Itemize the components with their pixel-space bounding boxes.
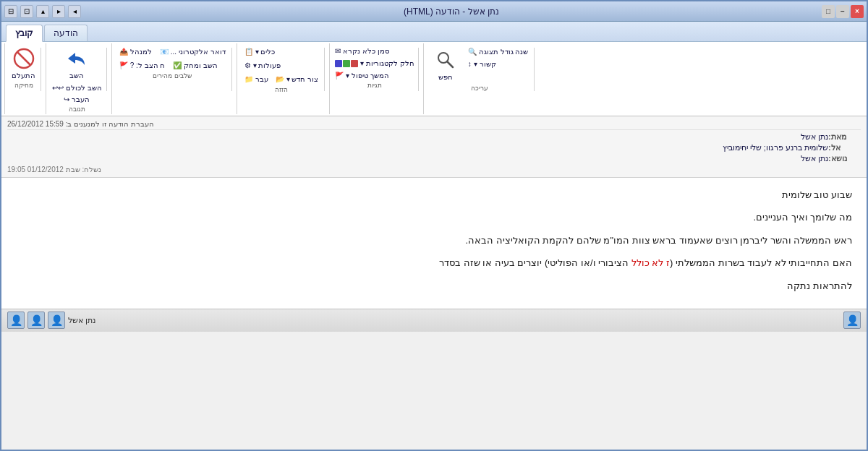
body-line-1: שבוע טוב שלומית xyxy=(16,186,852,203)
done-label: השב ומחק xyxy=(184,61,218,69)
done-button[interactable]: ✅ השב ומחק xyxy=(170,60,221,71)
maximize-button[interactable]: □ xyxy=(822,5,835,18)
contact-avatar-1[interactable]: 👤 xyxy=(48,312,65,329)
from-row: מאת: נתן אשל xyxy=(7,132,861,142)
minimize-button[interactable]: − xyxy=(836,5,849,18)
group-edit: חפש 🔍 שנה גודל תצוגה ↕ קשור ▾ עריכה xyxy=(423,43,540,114)
move-label: עבר xyxy=(255,75,268,83)
actions-button[interactable]: ⚙ פעולות ▾ xyxy=(242,60,284,71)
move-icon: 📁 xyxy=(244,75,253,83)
select-icon: ↕ xyxy=(468,60,472,68)
rules-icon: 📋 xyxy=(244,48,253,56)
group-move: 📋 כלים ▾ ⚙ פעולות ▾ 📁 עבר 📂 צור חדש ▾ xyxy=(237,43,330,114)
contact-avatars: נתן אשל 👤 👤 👤 xyxy=(7,312,95,329)
svg-line-1 xyxy=(17,52,30,65)
nav-up[interactable]: ▴ xyxy=(36,5,49,18)
reply-label: השב xyxy=(69,72,84,80)
tab-file[interactable]: קובץ xyxy=(6,25,43,42)
flag-button[interactable]: 🚩 ח הצב ל: ? xyxy=(116,60,169,71)
flag-label: ח הצב ל: ? xyxy=(130,61,166,69)
nav-arrows: ◂ ▸ ▴ ⊡ ⊟ xyxy=(4,5,81,18)
close-button[interactable]: × xyxy=(851,5,864,18)
mark-unread-button[interactable]: ✉ סמן כלא נקרא xyxy=(333,45,417,57)
nav-forward[interactable]: ▸ xyxy=(52,5,65,18)
from-label: מאת: xyxy=(828,132,861,142)
to-label: אל: xyxy=(828,143,861,153)
zoom-button[interactable]: 🔍 שנה גודל תצוגה xyxy=(465,46,532,57)
to-row: אל: שלומית ברנע פרגוו; שלי יחימוביץ xyxy=(7,142,861,153)
tab-message[interactable]: הודעה xyxy=(44,25,88,41)
to-manager-label: למנהל xyxy=(130,48,152,56)
body-line-2: מה שלומך ואיך העניינים. xyxy=(16,209,852,226)
find-button[interactable]: חפש xyxy=(428,46,463,83)
title-bar-controls: × − □ xyxy=(822,5,864,18)
forward-icon: ↪ xyxy=(64,95,69,103)
subject-row: נושא: נתן אשל xyxy=(7,153,861,164)
subject-label: נושא: xyxy=(828,154,861,163)
followup-label: המשך טיפול ▾ xyxy=(346,72,389,80)
group-hitaalut: התעלם מחיקה xyxy=(4,43,46,114)
rules-button[interactable]: 📋 כלים ▾ xyxy=(242,46,278,57)
categorize-label: חלק לקטגוריות ▾ xyxy=(360,59,414,67)
title-bar: × − □ נתן אשל - הודעה (HTML) ◂ ▸ ▴ ⊡ ⊟ xyxy=(1,1,867,22)
flag-icon: 🚩 xyxy=(119,61,128,69)
nav-back[interactable]: ◂ xyxy=(68,5,81,18)
move-button[interactable]: 📁 עבר xyxy=(242,74,271,85)
group-reply: השב ↩↩ השב לכולם ↪ העבר תגובה xyxy=(46,43,111,114)
find-icon xyxy=(434,48,457,72)
status-left: 👤 xyxy=(843,312,861,329)
group-quick-steps: 📤 למנהל 📧 דואר אלקטרוני ... 🚩 ח הצב ל: ?… xyxy=(111,43,237,114)
body-line-4: האם התחייבותי לא לעבוד בשרות הממשלתי (ז … xyxy=(16,254,852,271)
red-text: ז לא כולל xyxy=(631,257,670,268)
mark-unread-icon: ✉ xyxy=(335,47,341,55)
contact-avatar-3[interactable]: 👤 xyxy=(7,312,25,329)
sent-info: נשלח: שבת 01/12/2012 19:05 xyxy=(7,164,861,175)
status-avatar: 👤 xyxy=(843,312,861,329)
new-folder-label: צור חדש ▾ xyxy=(286,75,319,83)
categorize-button[interactable]: חלק לקטגוריות ▾ xyxy=(333,57,417,69)
followup-icon: 🚩 xyxy=(335,72,344,80)
reply-all-label: השב לכולם xyxy=(66,84,102,92)
zoom-icon: 🔍 xyxy=(468,48,477,56)
ignore-button[interactable]: התעלם xyxy=(8,45,39,82)
select-label: קשור ▾ xyxy=(474,60,496,68)
zoom-label: שנה גודל תצוגה xyxy=(479,48,529,56)
body-line-3: ראש הממשלה והשר ליברמן רוצים שאעמוד בראש… xyxy=(16,232,852,249)
body-line-5: להתראות נתקה xyxy=(16,278,852,294)
find-label: חפש xyxy=(438,73,453,81)
bottom-bar: 👤 נתן אשל 👤 👤 👤 xyxy=(1,309,867,332)
actions-label: פעולות ▾ xyxy=(253,61,281,69)
to-manager-icon: 📤 xyxy=(119,48,128,56)
rules-label: כלים ▾ xyxy=(255,48,276,56)
email-body: שבוע טוב שלומית מה שלומך ואיך העניינים. … xyxy=(1,178,867,309)
reply-button[interactable]: השב xyxy=(58,45,95,82)
followup-button[interactable]: 🚩 המשך טיפול ▾ xyxy=(333,69,417,82)
nav-bookmark[interactable]: ⊡ xyxy=(20,5,33,18)
reply-all-button[interactable]: ↩↩ השב לכולם xyxy=(49,82,105,93)
window-title: נתן אשל - הודעה (HTML) xyxy=(81,7,822,17)
mark-unread-label: סמן כלא נקרא xyxy=(343,47,389,55)
from-value: נתן אשל xyxy=(801,132,828,142)
subject-value: נתן אשל xyxy=(801,154,828,163)
contact-avatar-2[interactable]: 👤 xyxy=(27,312,45,329)
new-folder-button[interactable]: 📂 צור חדש ▾ xyxy=(273,74,322,85)
to-value: שלומית ברנע פרגוו; שלי יחימוביץ xyxy=(723,143,828,153)
forward-button[interactable]: ↪ העבר xyxy=(61,94,93,105)
nav-home[interactable]: ⊟ xyxy=(4,5,17,18)
forward-label: העבר xyxy=(72,95,90,103)
to-manager-button[interactable]: 📤 למנהל xyxy=(116,46,155,57)
ribbon-tabs: קובץ הודעה xyxy=(1,22,867,42)
to-email-icon: 📧 xyxy=(160,48,169,56)
reply-all-icon: ↩↩ xyxy=(52,84,64,92)
ignore-label: התעלם xyxy=(12,72,35,80)
actions-icon: ⚙ xyxy=(244,61,251,69)
reply-icon xyxy=(65,47,88,70)
ignore-icon xyxy=(12,47,35,70)
select-button[interactable]: ↕ קשור ▾ xyxy=(465,59,532,69)
sender-name: נתן אשל xyxy=(68,316,95,325)
to-email-button[interactable]: 📧 דואר אלקטרוני ... xyxy=(157,46,229,57)
ribbon-content: התעלם מחיקה השב ↩↩ השב לכולם xyxy=(1,42,867,116)
to-email-label: דואר אלקטרוני ... xyxy=(171,48,226,56)
group-tags: ✉ סמן כלא נקרא חלק לקטגוריות ▾ 🚩 המשך טי… xyxy=(329,43,423,114)
email-meta: העברת הודעה זו למנענים ב: 15:59 26/12/20… xyxy=(1,116,867,178)
